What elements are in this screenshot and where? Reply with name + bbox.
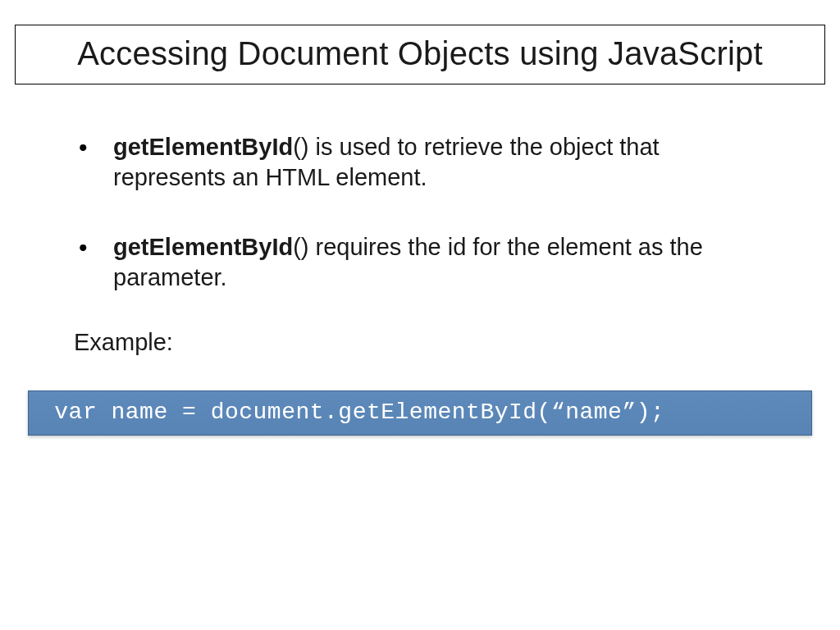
bullet-item-2: getElementById() requires the id for the… [74,232,766,293]
slide-title: Accessing Document Objects using JavaScr… [16,35,824,72]
bullet-bold: getElementById [113,234,293,260]
content-area: getElementById() is used to retrieve the… [0,84,840,436]
bullet-list: getElementById() is used to retrieve the… [74,132,766,293]
example-label: Example: [74,329,766,356]
title-container: Accessing Document Objects using JavaScr… [15,25,825,84]
bullet-item-1: getElementById() is used to retrieve the… [74,132,766,193]
bullet-bold: getElementById [113,134,293,160]
code-block: var name = document.getElementById(“name… [28,390,812,436]
